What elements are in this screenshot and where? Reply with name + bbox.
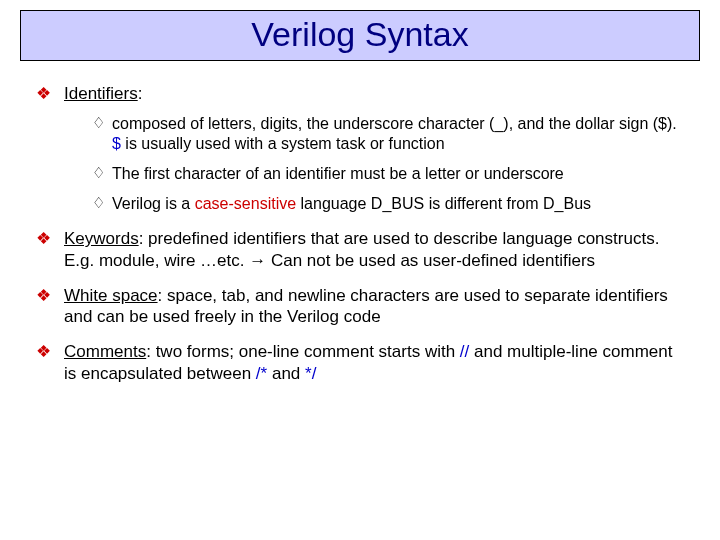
bullet-keywords: ❖ Keywords: predefined identifiers that … (36, 228, 684, 271)
diamond-icon: ❖ (36, 285, 51, 306)
diamond-icon: ❖ (36, 228, 51, 249)
slide: Verilog Syntax ❖ Identifiers: ♢ composed… (0, 10, 720, 540)
identifiers-label: Identifiers (64, 84, 138, 103)
bullet-identifiers-3: ♢ Verilog is a case-sensitive language D… (92, 194, 684, 214)
text: language D_BUS is different from D_Bus (296, 195, 591, 212)
case-sensitive-emph: case-sensitive (195, 195, 296, 212)
title-bar: Verilog Syntax (20, 10, 700, 61)
bullet-identifiers-1: ♢ composed of letters, digits, the under… (92, 114, 684, 154)
block-close-token: */ (305, 364, 316, 383)
text: Verilog is a (112, 195, 195, 212)
diamond-icon: ❖ (36, 341, 51, 362)
slide-title: Verilog Syntax (251, 15, 468, 53)
block-open-token: /* (256, 364, 267, 383)
diamond-open-icon: ♢ (92, 114, 105, 133)
diamond-open-icon: ♢ (92, 164, 105, 183)
identifiers-colon: : (138, 84, 143, 103)
line-comment-token: // (460, 342, 469, 361)
text: Can not be used as user-defined identifi… (266, 251, 595, 270)
section-identifiers: ❖ Identifiers: ♢ composed of letters, di… (36, 83, 684, 214)
content-body: ❖ Identifiers: ♢ composed of letters, di… (0, 61, 720, 384)
comments-label: Comments (64, 342, 146, 361)
text: : two forms; one-line comment starts wit… (146, 342, 460, 361)
text: composed of letters, digits, the undersc… (112, 115, 677, 132)
text: is usually used with a system task or fu… (121, 135, 445, 152)
bullet-identifiers-2: ♢ The first character of an identifier m… (92, 164, 684, 184)
bullet-identifiers-head: ❖ Identifiers: (36, 83, 684, 104)
diamond-open-icon: ♢ (92, 194, 105, 213)
bullet-comments: ❖ Comments: two forms; one-line comment … (36, 341, 684, 384)
diamond-icon: ❖ (36, 83, 51, 104)
text: The first character of an identifier mus… (112, 165, 564, 182)
whitespace-label: White space (64, 286, 158, 305)
bullet-whitespace: ❖ White space: space, tab, and newline c… (36, 285, 684, 328)
keywords-label: Keywords (64, 229, 139, 248)
arrow-icon: → (249, 251, 266, 270)
text: and (267, 364, 305, 383)
dollar-token: $ (112, 135, 121, 152)
